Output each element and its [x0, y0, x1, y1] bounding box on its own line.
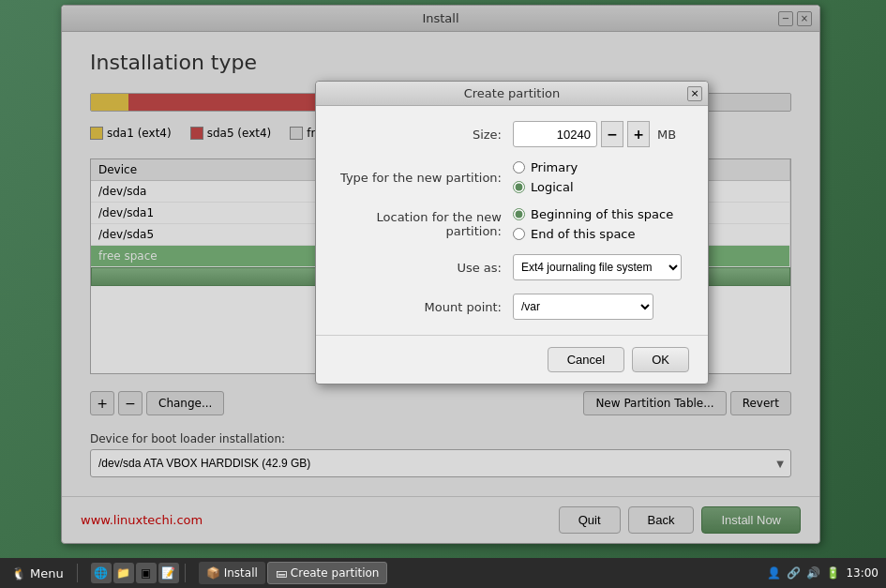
use-as-select[interactable]: Ext4 journaling file system — [513, 254, 682, 280]
taskbar-separator-2 — [185, 564, 186, 582]
taskbar-right: 👤 🔗 🔊 🔋 13:00 — [767, 566, 886, 580]
size-increase-button[interactable]: + — [627, 121, 650, 147]
primary-radio-item[interactable]: Primary — [513, 160, 578, 174]
ok-button[interactable]: OK — [632, 347, 689, 372]
install-app-icon: 📦 — [206, 566, 220, 580]
location-row: Location for the new partition: Beginnin… — [335, 207, 689, 241]
user-icon: 👤 — [767, 566, 781, 580]
menu-label: Menu — [30, 566, 64, 580]
taskbar-running-apps: 📦 Install 🖴 Create partition — [199, 562, 388, 584]
installer-window: Install − × Installation type sda1 (ext4… — [61, 5, 820, 544]
taskbar-files-icon[interactable]: 📁 — [113, 563, 134, 583]
mount-point-row: Mount point: /var — [335, 294, 689, 320]
partition-type-row: Type for the new partition: Primary Logi… — [335, 160, 689, 194]
taskbar-install-app[interactable]: 📦 Install — [199, 562, 265, 584]
dialog-close-button[interactable]: × — [687, 86, 702, 101]
size-label: Size: — [335, 128, 513, 142]
create-partition-icon: 🖴 — [276, 566, 287, 580]
logical-radio[interactable] — [513, 181, 525, 193]
use-as-label: Use as: — [335, 261, 513, 275]
beginning-radio-item[interactable]: Beginning of this space — [513, 207, 673, 221]
mount-point-select[interactable]: /var — [513, 294, 653, 320]
partition-type-group: Primary Logical — [513, 160, 578, 194]
dialog-title: Create partition — [464, 86, 561, 100]
taskbar-left: 🐧 Menu 🌐 📁 ▣ 📝 📦 Install 🖴 Create partit… — [0, 562, 387, 584]
use-as-row: Use as: Ext4 journaling file system — [335, 254, 689, 280]
size-input[interactable] — [513, 121, 597, 147]
taskbar-editor-icon[interactable]: 📝 — [158, 563, 179, 583]
primary-radio-label: Primary — [531, 160, 578, 174]
location-label: Location for the new partition: — [335, 210, 513, 238]
beginning-radio[interactable] — [513, 208, 525, 220]
size-row: Size: − + MB — [335, 121, 689, 147]
taskbar-menu-button[interactable]: 🐧 Menu — [4, 563, 71, 584]
beginning-radio-label: Beginning of this space — [531, 207, 673, 221]
dialog-footer: Cancel OK — [316, 335, 708, 384]
install-app-label: Install — [224, 566, 258, 580]
size-decrease-button[interactable]: − — [601, 121, 623, 147]
clock: 13:00 — [846, 566, 878, 580]
cancel-button[interactable]: Cancel — [548, 347, 624, 372]
location-group: Beginning of this space End of this spac… — [513, 207, 673, 241]
create-partition-label: Create partition — [291, 566, 380, 580]
end-radio-item[interactable]: End of this space — [513, 227, 673, 241]
desktop: Install − × Installation type sda1 (ext4… — [0, 0, 886, 588]
primary-radio[interactable] — [513, 161, 525, 173]
end-radio[interactable] — [513, 228, 525, 240]
mb-label: MB — [657, 128, 676, 142]
network-icon: 🔗 — [787, 566, 801, 580]
taskbar-create-partition-app[interactable]: 🖴 Create partition — [267, 562, 388, 584]
taskbar-apps: 🌐 📁 ▣ 📝 — [91, 563, 179, 583]
taskbar-browser-icon[interactable]: 🌐 — [91, 563, 112, 583]
logical-radio-label: Logical — [531, 180, 574, 194]
end-radio-label: End of this space — [531, 227, 636, 241]
taskbar: 🐧 Menu 🌐 📁 ▣ 📝 📦 Install 🖴 Create partit… — [0, 558, 886, 588]
speaker-icon: 🔊 — [806, 566, 820, 580]
create-partition-dialog: Create partition × Size: − + MB Type fo — [315, 81, 709, 384]
mount-point-controls: /var — [513, 294, 653, 320]
battery-icon: 🔋 — [826, 566, 840, 580]
taskbar-terminal-icon[interactable]: ▣ — [136, 563, 157, 583]
mount-point-label: Mount point: — [335, 300, 513, 314]
partition-type-label: Type for the new partition: — [335, 171, 513, 185]
logical-radio-item[interactable]: Logical — [513, 180, 578, 194]
size-controls: − + MB — [513, 121, 676, 147]
dialog-body: Size: − + MB Type for the new partition: — [316, 106, 708, 335]
menu-icon: 🐧 — [11, 566, 26, 580]
use-as-controls: Ext4 journaling file system — [513, 254, 682, 280]
dialog-titlebar: Create partition × — [316, 82, 708, 106]
taskbar-separator — [77, 564, 78, 582]
